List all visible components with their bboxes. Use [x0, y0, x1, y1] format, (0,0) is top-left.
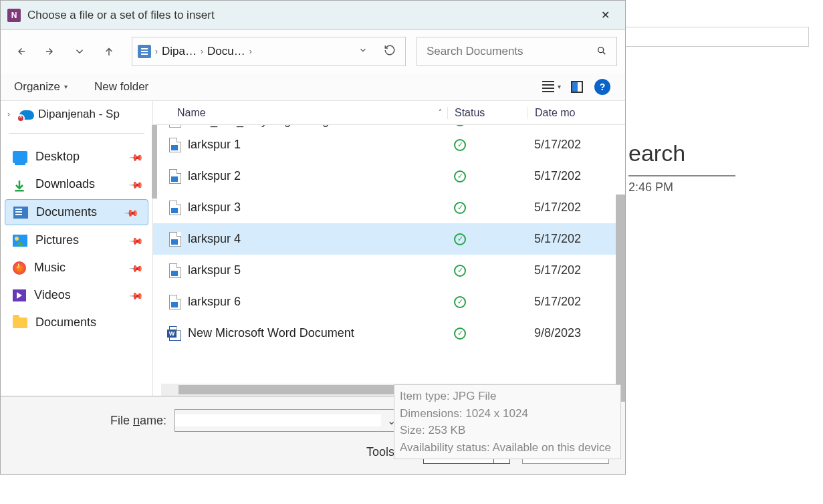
desktop-icon	[13, 151, 27, 163]
breadcrumb-segment-2[interactable]: Docu…	[207, 45, 245, 58]
help-button[interactable]: ?	[593, 78, 612, 96]
jpg-file-icon	[169, 263, 181, 278]
sidebar-item-label: Desktop	[35, 150, 80, 164]
sidebar-item-documents-folder[interactable]: Documents	[1, 309, 152, 336]
new-folder-button[interactable]: New folder	[94, 80, 148, 94]
file-row[interactable]: larkspur 1 ✓ 5/17/202	[153, 129, 625, 160]
horizontal-scrollbar-thumb[interactable]	[179, 385, 413, 394]
jpg-file-icon	[169, 138, 181, 152]
search-input[interactable]	[427, 45, 596, 58]
file-name: larkspur 2	[188, 169, 241, 183]
tree-divider	[9, 133, 144, 134]
arrow-left-icon	[15, 45, 27, 57]
jpg-file-icon	[169, 201, 181, 215]
dialog-body: › Dipanjenah - Sp Desktop 📌 Downloads 📌	[1, 101, 625, 396]
status-available-icon: ✓	[454, 139, 466, 151]
sidebar-item-documents[interactable]: Documents 📌	[5, 199, 148, 225]
filename-label: File name:	[110, 414, 166, 428]
arrow-up-icon	[103, 45, 115, 57]
parent-app-ribbon-box	[622, 27, 809, 47]
status-available-icon: ✓	[454, 265, 466, 277]
status-available-icon: ✓	[454, 296, 466, 308]
sidebar-item-label: Videos	[34, 288, 71, 302]
word-file-icon	[169, 326, 181, 341]
file-row[interactable]: larkspur 6 ✓ 5/17/202	[153, 286, 625, 318]
preview-pane-button[interactable]	[568, 78, 586, 96]
navigation-tree: › Dipanjenah - Sp Desktop 📌 Downloads 📌	[1, 101, 153, 396]
filename-combobox[interactable]: ⌄	[174, 409, 402, 432]
back-button[interactable]	[9, 39, 33, 64]
jpg-file-icon	[169, 169, 181, 184]
breadcrumb[interactable]: › Dipa… › Docu… ›	[132, 37, 406, 66]
column-header-status[interactable]: Status	[447, 107, 527, 119]
column-headers: Name ˄ Status Date mo	[153, 101, 625, 125]
status-available-icon: ✓	[454, 233, 466, 245]
up-button[interactable]	[97, 39, 121, 64]
parent-app-background: earch 2:46 PM	[615, 0, 823, 504]
pin-icon: 📌	[128, 233, 144, 248]
chevron-right-icon: ›	[155, 47, 158, 56]
downloads-icon	[13, 178, 27, 191]
music-icon	[13, 261, 26, 275]
sidebar-item-label: Downloads	[35, 177, 95, 191]
recent-locations-button[interactable]	[68, 39, 92, 64]
file-name: larkspur 6	[188, 295, 241, 309]
file-row[interactable]: EXL_WP_Why Organizing Your Data Is Criti…	[153, 125, 625, 129]
sidebar-item-label: Pictures	[35, 233, 79, 247]
dialog-titlebar: N Choose a file or a set of files to ins…	[1, 1, 625, 30]
file-icon	[169, 125, 181, 128]
onenote-app-icon: N	[7, 9, 21, 22]
onedrive-error-icon	[19, 109, 34, 120]
close-icon: ✕	[601, 9, 610, 21]
sidebar-item-pictures[interactable]: Pictures 📌	[1, 227, 152, 254]
search-icon	[596, 45, 607, 58]
file-row[interactable]: New Microsoft Word Document ✓ 9/8/2023	[153, 318, 625, 349]
svg-point-0	[598, 47, 604, 52]
help-icon: ?	[594, 79, 610, 95]
breadcrumb-history-dropdown[interactable]	[350, 45, 376, 57]
file-rows: EXL_WP_Why Organizing Your Data Is Criti…	[153, 125, 625, 396]
sidebar-item-label: Music	[34, 261, 66, 275]
breadcrumb-segment-1[interactable]: Dipa…	[162, 45, 197, 58]
column-header-date[interactable]: Date mo	[527, 107, 625, 119]
tooltip-line: Item type: JPG File	[400, 388, 615, 405]
file-row-selected[interactable]: larkspur 4 ✓ 5/17/202	[153, 223, 625, 255]
pin-icon: 📌	[128, 287, 144, 303]
file-row[interactable]: larkspur 3 ✓ 5/17/202	[153, 192, 625, 223]
file-row[interactable]: larkspur 5 ✓ 5/17/202	[153, 255, 625, 286]
chevron-right-icon[interactable]: ›	[7, 110, 15, 119]
forward-button[interactable]	[38, 39, 62, 64]
file-info-tooltip: Item type: JPG File Dimensions: 1024 x 1…	[394, 384, 621, 459]
file-name: larkspur 3	[188, 201, 241, 215]
search-box[interactable]	[417, 37, 617, 66]
new-folder-label: New folder	[94, 80, 148, 94]
tooltip-line: Dimensions: 1024 x 1024	[400, 405, 615, 422]
status-available-icon: ✓	[454, 170, 466, 182]
videos-icon	[13, 289, 26, 301]
vertical-scrollbar-thumb[interactable]	[616, 195, 625, 402]
file-date: 5/17/202	[527, 169, 625, 183]
file-row[interactable]: larkspur 2 ✓ 5/17/202	[153, 160, 625, 192]
pin-icon: 📌	[124, 205, 139, 220]
tree-item-onedrive[interactable]: › Dipanjenah - Sp	[1, 105, 152, 124]
view-mode-button[interactable]	[539, 78, 558, 96]
file-name: larkspur 1	[188, 138, 241, 152]
filename-input[interactable]	[175, 414, 381, 426]
documents-icon	[13, 207, 28, 219]
file-date: 5/17/202	[527, 201, 625, 215]
sidebar-item-downloads[interactable]: Downloads 📌	[1, 170, 152, 198]
column-header-name[interactable]: Name ˄	[153, 107, 447, 119]
sidebar-item-music[interactable]: Music 📌	[1, 254, 152, 281]
sidebar-item-desktop[interactable]: Desktop 📌	[1, 143, 152, 170]
organize-menu[interactable]: Organize ▾	[14, 80, 68, 94]
close-button[interactable]: ✕	[592, 5, 618, 25]
status-available-icon: ✓	[454, 328, 466, 340]
documents-location-icon	[138, 45, 151, 58]
sidebar-item-videos[interactable]: Videos 📌	[1, 281, 152, 309]
refresh-button[interactable]	[380, 44, 400, 59]
file-name: EXL_WP_Why Organizing Your Data Is Criti…	[188, 125, 438, 128]
pin-icon: 📌	[128, 149, 144, 164]
organize-label: Organize	[14, 80, 60, 94]
dialog-title: Choose a file or a set of files to inser…	[27, 9, 592, 22]
caret-down-icon[interactable]: ▾	[558, 83, 561, 90]
